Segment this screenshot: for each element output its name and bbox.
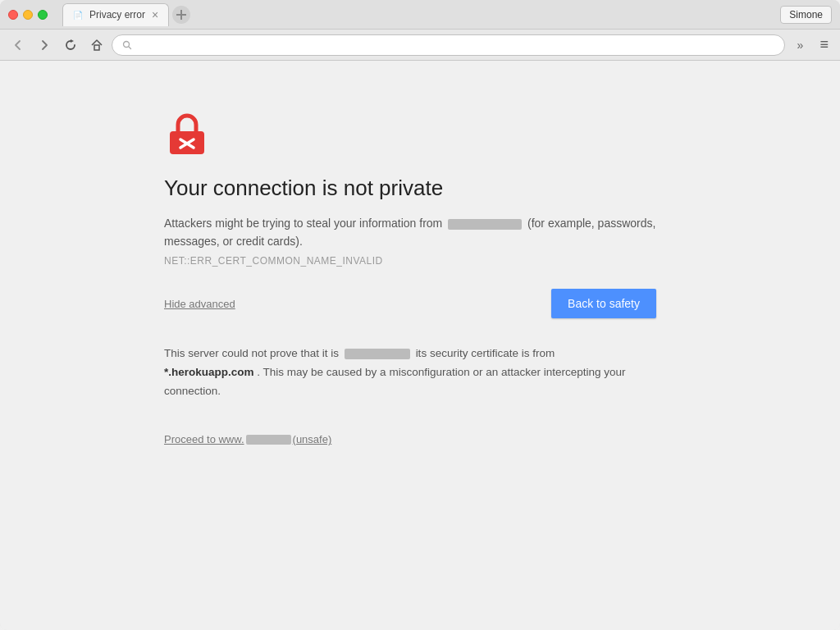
tab-close-icon[interactable]: × bbox=[152, 9, 158, 21]
traffic-lights bbox=[8, 10, 48, 20]
svg-rect-2 bbox=[94, 45, 99, 50]
proceed-unsafe-link[interactable]: Proceed to www.(unsafe) bbox=[164, 433, 331, 445]
blurred-url-1 bbox=[448, 219, 522, 230]
lock-error-icon bbox=[164, 110, 210, 156]
active-tab[interactable]: 📄 Privacy error × bbox=[62, 3, 169, 26]
error-heading: Your connection is not private bbox=[164, 176, 656, 201]
new-tab-button[interactable] bbox=[172, 6, 190, 24]
blurred-url-2 bbox=[345, 349, 410, 359]
lock-icon-wrapper bbox=[164, 110, 656, 159]
svg-line-4 bbox=[129, 46, 131, 48]
error-description: Attackers might be trying to steal your … bbox=[164, 214, 656, 269]
back-icon bbox=[11, 39, 25, 52]
minimize-button[interactable] bbox=[23, 10, 33, 20]
herokuapp-text: *.herokuapp.com bbox=[164, 366, 254, 378]
home-icon bbox=[90, 39, 103, 52]
hide-advanced-link[interactable]: Hide advanced bbox=[164, 298, 235, 310]
blurred-proceed bbox=[246, 435, 291, 445]
browser-window: 📄 Privacy error × Simone bbox=[0, 0, 840, 630]
page-content: Your connection is not private Attackers… bbox=[0, 61, 840, 630]
forward-icon bbox=[38, 39, 51, 52]
maximize-button[interactable] bbox=[38, 10, 48, 20]
reload-icon bbox=[64, 39, 77, 52]
advanced-section: This server could not prove that it is i… bbox=[164, 345, 656, 450]
close-button[interactable] bbox=[8, 10, 18, 20]
back-to-safety-button[interactable]: Back to safety bbox=[551, 289, 656, 318]
toolbar-extra: » ≡ bbox=[788, 33, 833, 57]
title-bar: 📄 Privacy error × Simone bbox=[0, 0, 840, 30]
advanced-text: This server could not prove that it is i… bbox=[164, 345, 656, 401]
advanced-text-middle: its security certificate is from bbox=[416, 347, 555, 359]
toolbar: » ≡ bbox=[0, 30, 840, 61]
new-tab-icon bbox=[176, 9, 187, 21]
back-button[interactable] bbox=[7, 34, 30, 57]
tab-bar: 📄 Privacy error × bbox=[62, 3, 780, 26]
more-button[interactable]: » bbox=[788, 34, 811, 57]
error-container: Your connection is not private Attackers… bbox=[164, 110, 656, 450]
action-row: Hide advanced Back to safety bbox=[164, 289, 656, 318]
advanced-text-before: This server could not prove that it is bbox=[164, 347, 339, 359]
proceed-before: Proceed to www. bbox=[164, 433, 244, 445]
menu-button[interactable]: ≡ bbox=[815, 33, 833, 57]
svg-rect-1 bbox=[180, 10, 182, 20]
user-menu-button[interactable]: Simone bbox=[780, 6, 832, 24]
search-icon bbox=[122, 40, 132, 50]
description-before: Attackers might be trying to steal your … bbox=[164, 217, 442, 230]
address-bar bbox=[112, 34, 785, 56]
tab-title: Privacy error bbox=[89, 9, 145, 21]
forward-button[interactable] bbox=[33, 34, 56, 57]
home-button[interactable] bbox=[85, 34, 108, 57]
proceed-after: (unsafe) bbox=[293, 433, 332, 445]
error-code: NET::ERR_CERT_COMMON_NAME_INVALID bbox=[164, 255, 383, 267]
tab-favicon-icon: 📄 bbox=[73, 11, 83, 20]
url-input[interactable] bbox=[137, 39, 774, 51]
reload-button[interactable] bbox=[59, 34, 82, 57]
